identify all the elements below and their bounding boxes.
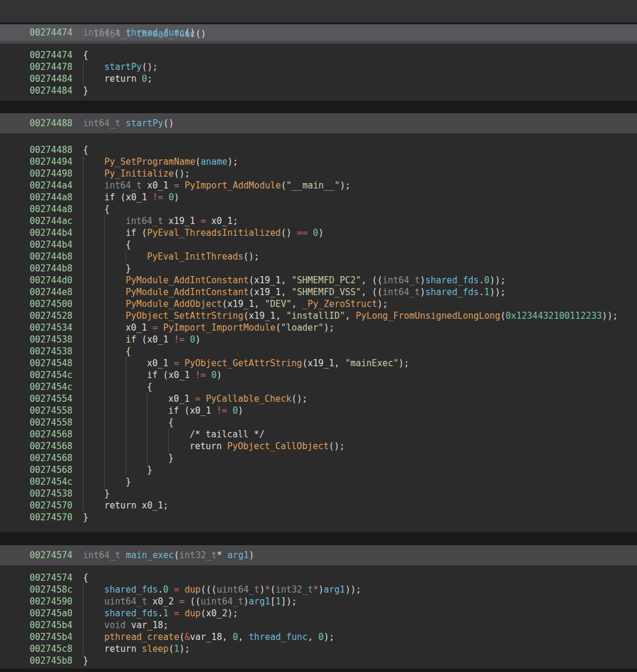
code-line[interactable]: 00274538}	[0, 488, 637, 500]
code-line[interactable]: 0027454c{	[0, 381, 637, 393]
code-line[interactable]: 0027458cshared_fds.0 = dup(((uint64_t)*(…	[0, 584, 637, 596]
indent-guide	[104, 286, 126, 298]
indent-guide	[126, 381, 147, 393]
indent-guide	[83, 369, 104, 381]
address: 002744a8	[30, 203, 72, 215]
code-line[interactable]: 002745c8return sleep(1);	[0, 643, 637, 655]
section-separator	[0, 532, 637, 545]
code-line[interactable]: 00274568return PyObject_CallObject();	[0, 440, 637, 452]
code-text: /* tailcall */	[83, 428, 264, 440]
code-line[interactable]: 00274568/* tailcall */	[0, 428, 637, 440]
decompiler-linear-view: 00274474int64_t thread_func()00274474{00…	[0, 23, 637, 672]
indent-guide	[104, 357, 126, 369]
code-text: return PyObject_CallObject();	[83, 440, 345, 452]
code-text: }	[83, 464, 152, 476]
code-line[interactable]: 00274590uint64_t x0_2 = ((uint64_t)arg1[…	[0, 596, 637, 607]
indent-guide	[126, 251, 147, 263]
function-header-main_exec[interactable]: 00274574int64_t main_exec(int32_t* arg1)	[0, 545, 637, 565]
code-line[interactable]: 00274478startPy();	[0, 61, 637, 73]
code-line[interactable]: 002744a8if (x0_1 != 0)	[0, 191, 637, 203]
code-line[interactable]: 002744a8{	[0, 203, 637, 215]
address: 002744a8	[30, 191, 72, 203]
address: 00274568	[30, 452, 72, 464]
code-line[interactable]: 002744e8PyModule_AddIntConstant(x19_1, "…	[0, 286, 637, 298]
indent-guide	[104, 369, 126, 381]
code-line[interactable]: 00274568}	[0, 464, 637, 476]
code-line[interactable]: 00274558{	[0, 417, 637, 428]
code-text: PyModule_AddIntConstant(x19_1, "SHMEMFD_…	[83, 286, 505, 298]
code-line[interactable]: 002745b4pthread_create(&var_18, 0, threa…	[0, 631, 637, 643]
code-text: }	[83, 476, 131, 488]
indent-guide	[126, 440, 147, 452]
address: 00274474	[30, 24, 72, 41]
address: 002745b8	[30, 655, 72, 667]
code-line[interactable]: 00274548x0_1 = PyObject_GetAttrString(x1…	[0, 357, 637, 369]
code-line[interactable]: 00274574{	[0, 572, 637, 584]
indent-guide	[126, 405, 147, 417]
code-line[interactable]: 0027454c}	[0, 476, 637, 488]
indent-guide	[104, 393, 126, 405]
code-line[interactable]: 00274570}	[0, 511, 637, 523]
code-line[interactable]: 002744b8}	[0, 263, 637, 274]
address: 00274590	[30, 596, 72, 607]
indent-guide	[104, 227, 126, 239]
code-line[interactable]: 00274500PyModule_AddObject(x19_1, "DEV",…	[0, 298, 637, 310]
address: 00274538	[30, 345, 72, 357]
code-line[interactable]: 00274554x0_1 = PyCallable_Check();	[0, 393, 637, 405]
indent-guide	[104, 440, 126, 452]
code-text: }	[83, 655, 88, 667]
code-line[interactable]: 00274474{	[0, 49, 637, 61]
code-line[interactable]: 002744b8PyEval_InitThreads();	[0, 251, 637, 263]
function-body-main_exec: 00274574{0027458cshared_fds.0 = dup(((ui…	[0, 565, 637, 668]
indent-guide	[83, 310, 104, 322]
code-text: }	[83, 263, 131, 274]
indent-guide	[104, 322, 126, 334]
function-header-thread_func[interactable]: 00274474int64_t thread_func()	[0, 23, 637, 41]
indent-guide	[83, 464, 104, 476]
function-header-startPy[interactable]: 00274488int64_t startPy()	[0, 113, 637, 133]
code-line[interactable]: 002745b4void var_18;	[0, 619, 637, 631]
code-line[interactable]: 002745b8}	[0, 655, 637, 667]
code-line[interactable]: 00274570return x0_1;	[0, 500, 637, 511]
indent-guide	[126, 357, 147, 369]
code-text: PyModule_AddObject(x19_1, "DEV", _Py_Zer…	[83, 298, 388, 310]
code-line[interactable]: 00274528PyObject_SetAttrString(x19_1, "i…	[0, 310, 637, 322]
code-line[interactable]: 0027454cif (x0_1 != 0)	[0, 369, 637, 381]
code-text: pthread_create(&var_18, 0, thread_func, …	[83, 631, 334, 643]
address: 002744b4	[30, 227, 72, 239]
indent-guide	[104, 405, 126, 417]
code-text: Py_Initialize();	[83, 168, 190, 180]
indent-guide	[83, 73, 104, 85]
code-line[interactable]: 002744b4if (PyEval_ThreadsInitialized() …	[0, 227, 637, 239]
indent-guide	[83, 180, 104, 191]
code-line[interactable]: 00274484}	[0, 85, 637, 97]
indent-guide	[147, 452, 168, 464]
code-line[interactable]: 002744d0PyModule_AddIntConstant(x19_1, "…	[0, 274, 637, 286]
indent-guide	[83, 345, 104, 357]
code-line[interactable]: 00274494Py_SetProgramName(aname);	[0, 156, 637, 168]
indent-guide	[104, 215, 126, 227]
code-line[interactable]: 00274558if (x0_1 != 0)	[0, 405, 637, 417]
code-line[interactable]: 00274534x0_1 = PyImport_ImportModule("lo…	[0, 322, 637, 334]
indent-guide	[147, 428, 168, 440]
code-line[interactable]: 002744b4{	[0, 239, 637, 251]
indent-guide	[83, 156, 104, 168]
code-line[interactable]: 00274568}	[0, 452, 637, 464]
address: 002744e8	[30, 286, 72, 298]
indent-guide	[83, 631, 104, 643]
code-line[interactable]: 00274488{	[0, 144, 637, 156]
code-line[interactable]: 002745a0shared_fds.1 = dup(x0_2);	[0, 607, 637, 619]
code-line[interactable]: 00274538if (x0_1 != 0)	[0, 334, 637, 345]
code-text: {	[83, 49, 88, 61]
indent-guide	[104, 263, 126, 274]
code-line[interactable]: 00274538{	[0, 345, 637, 357]
indent-guide	[83, 619, 104, 631]
code-line[interactable]: 002744acint64_t x19_1 = x0_1;	[0, 215, 637, 227]
code-text: {	[83, 572, 88, 584]
indent-guide	[83, 357, 104, 369]
code-line[interactable]: 002744a4int64_t x0_1 = PyImport_AddModul…	[0, 180, 637, 191]
code-line[interactable]: 00274498Py_Initialize();	[0, 168, 637, 180]
indent-guide	[83, 322, 104, 334]
indent-guide	[83, 215, 104, 227]
code-line[interactable]: 00274484return 0;	[0, 73, 637, 85]
